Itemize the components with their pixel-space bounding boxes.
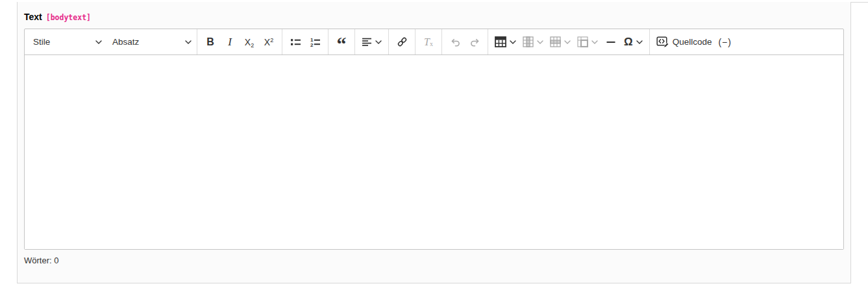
chevron-down-icon bbox=[185, 40, 192, 44]
chevron-down-icon bbox=[564, 40, 571, 44]
styles-dropdown[interactable]: Stile bbox=[31, 32, 104, 52]
numbered-list-icon: 1 2 bbox=[310, 37, 321, 47]
subscript-icon: X2 bbox=[245, 37, 254, 47]
table-row-dropdown[interactable] bbox=[547, 32, 574, 52]
bulleted-list-button[interactable] bbox=[286, 32, 305, 52]
toolbar-separator bbox=[649, 29, 650, 54]
toolbar-separator bbox=[488, 29, 488, 54]
chevron-down-icon bbox=[636, 40, 643, 44]
toolbar-separator bbox=[388, 29, 389, 54]
toolbar-separator bbox=[282, 29, 282, 54]
source-code-icon bbox=[656, 36, 669, 48]
svg-text:2: 2 bbox=[310, 42, 314, 47]
horizontal-line-button[interactable] bbox=[601, 32, 621, 52]
word-count: Wörter: 0 bbox=[24, 256, 850, 265]
numbered-list-button[interactable]: 1 2 bbox=[305, 32, 325, 52]
chevron-down-icon bbox=[591, 40, 598, 44]
undo-icon bbox=[450, 37, 461, 47]
redo-icon bbox=[469, 37, 480, 47]
field-name-badge: [bodytext] bbox=[46, 13, 91, 22]
table-column-icon bbox=[523, 36, 534, 47]
bulleted-list-icon bbox=[290, 37, 301, 47]
toolbar-separator bbox=[354, 29, 355, 54]
subscript-button[interactable]: X2 bbox=[240, 32, 259, 52]
word-count-value: 0 bbox=[54, 256, 58, 265]
merge-cells-dropdown[interactable] bbox=[574, 32, 601, 52]
table-column-dropdown[interactable] bbox=[519, 32, 547, 52]
source-code-button[interactable]: Quellcode bbox=[653, 32, 715, 52]
styles-dropdown-label: Stile bbox=[33, 37, 50, 47]
blockquote-button[interactable]: “ bbox=[332, 32, 351, 52]
toolbar-separator bbox=[328, 29, 329, 54]
remove-format-icon: Tx bbox=[424, 36, 433, 48]
merge-cells-icon bbox=[577, 36, 588, 47]
superscript-icon: X2 bbox=[264, 37, 273, 47]
remove-format-button[interactable]: Tx bbox=[419, 32, 438, 52]
rte-toolbar: Stile Absatz B I X2 X2 bbox=[25, 29, 843, 55]
align-left-icon bbox=[362, 37, 372, 47]
field-label: Text bbox=[24, 12, 42, 22]
text-alignment-dropdown[interactable] bbox=[358, 32, 385, 52]
word-count-label: Wörter: bbox=[24, 256, 52, 265]
link-icon bbox=[397, 36, 408, 47]
table-row-icon bbox=[550, 36, 561, 47]
insert-table-icon bbox=[495, 36, 506, 47]
link-button[interactable] bbox=[392, 32, 412, 52]
bold-button[interactable]: B bbox=[201, 32, 220, 52]
rte-content-area[interactable] bbox=[25, 55, 843, 249]
toolbar-separator bbox=[415, 29, 415, 54]
toolbar-separator bbox=[441, 29, 442, 54]
blockquote-icon: “ bbox=[337, 41, 347, 51]
page: { "field": { "label": "Text", "name": "[… bbox=[0, 0, 868, 288]
chevron-down-icon bbox=[537, 40, 543, 44]
source-code-label: Quellcode bbox=[673, 37, 712, 47]
soft-hyphen-button[interactable]: (−) bbox=[715, 32, 735, 52]
redo-button[interactable] bbox=[465, 32, 484, 52]
italic-icon: I bbox=[228, 36, 232, 49]
special-character-dropdown[interactable]: Ω bbox=[621, 32, 646, 52]
bold-icon: B bbox=[206, 36, 214, 48]
special-character-icon: Ω bbox=[624, 36, 633, 49]
rte-editor: Stile Absatz B I X2 X2 bbox=[24, 29, 844, 250]
undo-button[interactable] bbox=[445, 32, 465, 52]
toolbar-separator bbox=[197, 29, 197, 54]
chevron-down-icon bbox=[375, 40, 382, 44]
italic-button[interactable]: I bbox=[220, 32, 240, 52]
form-field-panel: Text [bodytext] Stile Absatz B I bbox=[17, 2, 851, 283]
horizontal-line-icon bbox=[606, 37, 616, 47]
insert-table-dropdown[interactable] bbox=[491, 32, 519, 52]
field-label-row: Text [bodytext] bbox=[24, 12, 850, 22]
chevron-down-icon bbox=[95, 40, 102, 44]
soft-hyphen-icon: (−) bbox=[718, 37, 732, 47]
paragraph-format-dropdown[interactable]: Absatz bbox=[110, 32, 193, 52]
paragraph-format-label: Absatz bbox=[112, 37, 139, 47]
chevron-down-icon bbox=[510, 40, 516, 44]
superscript-button[interactable]: X2 bbox=[259, 32, 279, 52]
